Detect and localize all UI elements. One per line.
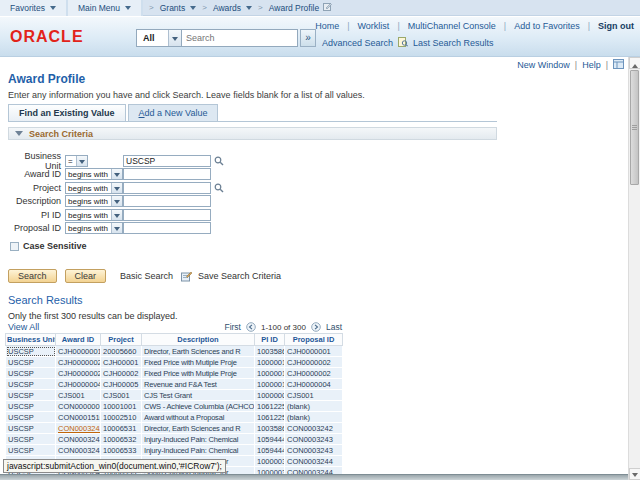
grid-cell[interactable]: Fixed Price with Mutiple Proje — [142, 357, 255, 368]
grid-cell[interactable]: USCSP — [6, 390, 56, 401]
grid-cell[interactable]: CJS001 — [285, 390, 343, 401]
project-operator-select[interactable]: begins with — [65, 182, 123, 194]
grid-cell[interactable]: CON0003243 — [56, 434, 101, 445]
grid-cell[interactable]: CJH0000004 — [285, 379, 343, 390]
chevron-down-icon[interactable] — [111, 210, 122, 220]
grid-cell[interactable]: 1003586 — [255, 423, 285, 434]
collapse-triangle-icon[interactable] — [15, 131, 23, 140]
column-header-pi-id[interactable]: PI ID — [255, 334, 285, 346]
grid-cell[interactable]: Revenue and F&A Test — [142, 379, 255, 390]
grid-cell[interactable]: 1061225 — [255, 401, 285, 412]
scrollbar-up-icon[interactable] — [629, 57, 640, 69]
chevron-down-icon[interactable] — [111, 223, 122, 233]
pi-id-input[interactable] — [123, 209, 211, 221]
breadcrumb-grants[interactable]: Grants — [160, 3, 186, 13]
clear-button[interactable]: Clear — [65, 269, 107, 283]
project-input[interactable] — [123, 182, 211, 194]
grid-cell[interactable]: CON0001510 — [56, 412, 101, 423]
grid-cell[interactable]: Injury-Induced Pain: Chemical — [142, 445, 255, 456]
grid-cell[interactable]: Award without a Proposal — [142, 412, 255, 423]
chevron-down-icon[interactable] — [76, 156, 87, 166]
tab-find-existing-value[interactable]: Find an Existing Value — [8, 104, 126, 121]
award-id-operator-select[interactable]: begins with — [65, 168, 123, 180]
grid-cell[interactable]: 1059444 — [255, 434, 285, 445]
description-operator-select[interactable]: begins with — [65, 195, 123, 207]
grid-cell[interactable]: 10006531 — [101, 423, 142, 434]
award-id-input[interactable] — [123, 168, 211, 180]
view-all-link[interactable]: View All — [8, 322, 39, 332]
grid-cell[interactable]: 1000003 — [255, 456, 285, 467]
grid-cell[interactable]: USCSP — [6, 445, 56, 456]
grid-cell[interactable]: CJS001 — [101, 390, 142, 401]
grid-cell[interactable]: CJH0000002 — [285, 368, 343, 379]
grid-cell[interactable]: (blank) — [285, 412, 343, 423]
grid-cell[interactable]: 10002510 — [101, 412, 142, 423]
grid-cell[interactable]: CJH0000001 — [285, 346, 343, 357]
search-go-button[interactable]: » — [300, 29, 316, 47]
grid-cell[interactable]: CON0003244 — [285, 456, 343, 467]
focused-cell[interactable]: USCSP — [6, 346, 56, 357]
search-scope-select[interactable]: All — [136, 29, 182, 47]
grid-cell[interactable]: CJS Test Grant — [142, 390, 255, 401]
scrollbar-thumb[interactable] — [630, 70, 639, 185]
basic-search-link[interactable]: Basic Search — [120, 271, 173, 281]
grid-cell[interactable]: 20005660 — [101, 346, 142, 357]
grid-cell[interactable]: 1000001 — [255, 379, 285, 390]
grid-cell[interactable]: CON0003243 — [285, 445, 343, 456]
grid-cell[interactable]: 1061225 — [255, 412, 285, 423]
grid-cell[interactable]: USCSP — [6, 434, 56, 445]
main-menu[interactable]: Main Menu — [68, 0, 143, 16]
grid-cell[interactable]: CWS - Achieve Columbia (ACHCO) — [142, 401, 255, 412]
grid-cell[interactable]: USCSP — [6, 412, 56, 423]
description-input[interactable] — [123, 195, 211, 207]
favorites-menu[interactable]: Favorites — [0, 0, 68, 16]
proposal-id-input[interactable] — [123, 222, 211, 234]
pagination-prev-icon[interactable] — [246, 322, 256, 332]
breadcrumb-awards[interactable]: Awards — [213, 3, 241, 13]
grid-cell[interactable]: USCSP — [6, 423, 56, 434]
business-unit-input[interactable] — [123, 155, 211, 167]
grid-cell[interactable]: CJH0000002 — [56, 357, 101, 368]
proposal-id-operator-select[interactable]: begins with — [65, 222, 123, 234]
column-header-project[interactable]: Project — [101, 334, 142, 346]
grid-cell[interactable]: CJH00002 — [101, 368, 142, 379]
grid-cell[interactable]: 1000000 — [255, 390, 285, 401]
vertical-scrollbar[interactable] — [628, 57, 640, 480]
column-header-business-unit[interactable]: Business Unit — [6, 334, 56, 346]
pi-id-operator-select[interactable]: begins with — [65, 209, 123, 221]
grid-cell[interactable]: CJH0000002 — [285, 357, 343, 368]
grid-cell[interactable]: CJH00001 — [101, 357, 142, 368]
breadcrumb-page-icon[interactable] — [323, 2, 332, 13]
grid-cell[interactable]: 10001001 — [101, 401, 142, 412]
column-header-proposal-id[interactable]: Proposal ID — [285, 334, 343, 346]
grid-cell[interactable]: USCSP — [6, 368, 56, 379]
business-unit-operator-select[interactable]: = — [65, 155, 88, 167]
new-window-link[interactable]: New Window — [517, 60, 570, 70]
help-link[interactable]: Help — [582, 60, 601, 70]
grid-cell[interactable]: 1059444 — [255, 445, 285, 456]
multichannel-console-link[interactable]: MultiChannel Console — [408, 21, 496, 31]
grid-cell[interactable]: CON0003243 — [56, 445, 101, 456]
case-sensitive-checkbox[interactable] — [10, 242, 19, 251]
business-unit-lookup-icon[interactable] — [214, 156, 224, 166]
grid-cell[interactable]: 1000001 — [255, 357, 285, 368]
grid-cell[interactable]: USCSP — [6, 401, 56, 412]
project-lookup-icon[interactable] — [214, 183, 224, 193]
grid-cell[interactable]: (blank) — [285, 401, 343, 412]
chevron-down-icon[interactable] — [111, 183, 122, 193]
grid-cell[interactable]: CJH0000002 — [56, 368, 101, 379]
add-to-favorites-link[interactable]: Add to Favorites — [514, 21, 580, 31]
grid-cell[interactable]: Injury-Induced Pain: Chemical — [142, 434, 255, 445]
column-header-description[interactable]: Description — [142, 334, 255, 346]
tab-add-new-value[interactable]: Add a New Value — [128, 104, 219, 121]
grid-cell[interactable]: 10006532 — [101, 434, 142, 445]
save-search-icon[interactable] — [181, 271, 192, 282]
sign-out-link[interactable]: Sign out — [598, 21, 634, 31]
grid-cell[interactable]: CJH0000004 — [56, 379, 101, 390]
grid-cell[interactable]: 10006533 — [101, 445, 142, 456]
grid-cell[interactable]: CJS001 — [56, 390, 101, 401]
advanced-search-link[interactable]: Advanced Search — [322, 38, 393, 48]
search-button[interactable]: Search — [8, 269, 57, 283]
grid-cell[interactable]: CON0000001 — [56, 401, 101, 412]
worklist-link[interactable]: Worklist — [358, 21, 390, 31]
